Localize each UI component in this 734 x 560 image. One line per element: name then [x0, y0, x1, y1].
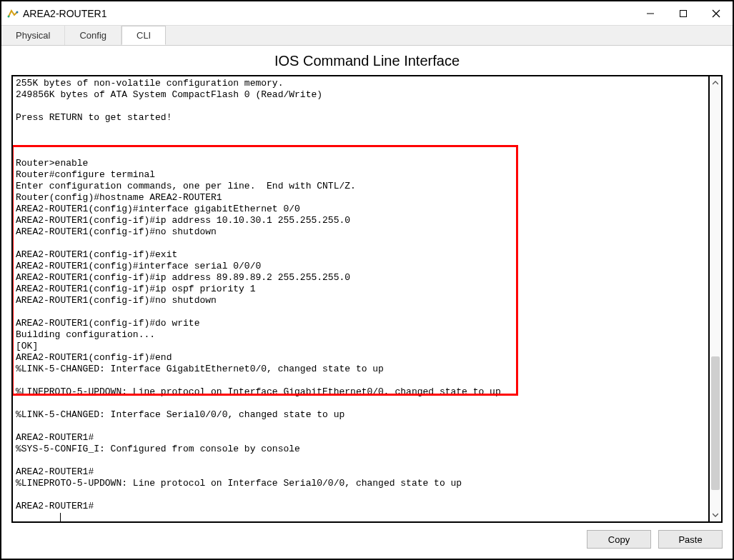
close-icon	[712, 9, 720, 18]
window-title: AREA2-ROUTER1	[23, 8, 106, 19]
scroll-up-arrow[interactable]	[710, 76, 721, 89]
svg-point-0	[8, 15, 10, 17]
text-cursor	[60, 513, 61, 523]
cli-terminal[interactable]: 255K bytes of non-volatile configuration…	[11, 75, 710, 523]
tab-config[interactable]: Config	[65, 26, 121, 45]
app-window: AREA2-ROUTER1 Physical Config CLI IOS Co…	[0, 0, 734, 560]
vertical-scrollbar[interactable]	[710, 75, 723, 523]
svg-point-1	[16, 11, 19, 13]
paste-button[interactable]: Paste	[658, 530, 723, 549]
maximize-icon	[679, 9, 688, 18]
minimize-icon	[646, 9, 655, 18]
terminal-container: 255K bytes of non-volatile configuration…	[11, 75, 723, 523]
tab-bar: Physical Config CLI	[1, 26, 733, 46]
chevron-down-icon	[713, 512, 718, 518]
app-icon	[7, 8, 19, 19]
window-controls	[634, 2, 733, 25]
tab-physical[interactable]: Physical	[1, 26, 65, 45]
minimize-button[interactable]	[634, 2, 667, 25]
svg-rect-3	[680, 10, 687, 16]
scroll-down-arrow[interactable]	[710, 509, 721, 521]
tab-cli[interactable]: CLI	[121, 26, 166, 45]
title-bar: AREA2-ROUTER1	[1, 1, 733, 26]
page-title: IOS Command Line Interface	[11, 53, 723, 69]
copy-button[interactable]: Copy	[587, 530, 651, 549]
close-button[interactable]	[700, 2, 733, 25]
terminal-text: 255K bytes of non-volatile configuration…	[16, 78, 501, 511]
button-row: Copy Paste	[11, 530, 723, 549]
chevron-up-icon	[713, 80, 718, 86]
content-area: IOS Command Line Interface 255K bytes of…	[1, 46, 733, 559]
scroll-thumb[interactable]	[711, 356, 720, 490]
maximize-button[interactable]	[667, 2, 700, 25]
